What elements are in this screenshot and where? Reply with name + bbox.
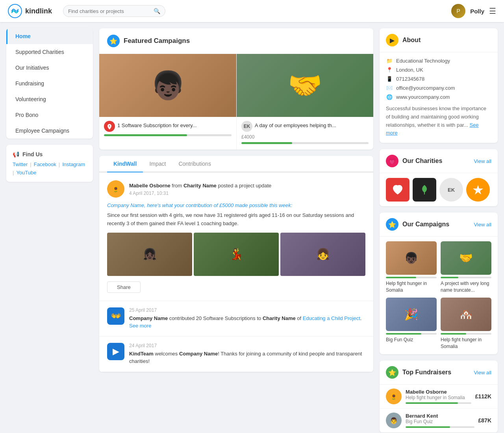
campaign-sm-1-progress <box>386 277 437 278</box>
tab-kindwall[interactable]: KindWall <box>107 156 143 172</box>
fundraisers-view-all[interactable]: View all <box>474 370 491 376</box>
share-button[interactable]: Share <box>107 281 141 293</box>
charity-logo-2 <box>413 178 436 202</box>
top-fundraisers-title: Top Fundraisers <box>402 369 451 376</box>
featured-icon: ⭐ <box>107 35 120 47</box>
campaign-2-progress-bar <box>241 142 369 144</box>
fundraiser-item-2: 👨 Bernard Kent Big Fun Quiz £87K <box>380 409 498 433</box>
post-project-update: 🌻 Mabelle Osborne from Charity Name post… <box>99 172 373 301</box>
featured-campaigns-title: Featured Campaigns <box>124 37 190 45</box>
top-fundraisers-header: ⭐ Top Fundraisers View all <box>380 361 498 385</box>
avatar: P <box>451 4 465 18</box>
about-location: 📍 London, UK <box>386 67 491 73</box>
our-charities-title: Our Charities <box>402 157 442 165</box>
campaign-2-amount: £4000 <box>241 134 369 140</box>
activity-project-link[interactable]: Educating a Child Project <box>303 315 360 321</box>
logo-text: kindlink <box>25 7 52 15</box>
about-body: 📁 Educational Technology 📍 London, UK 📱 … <box>380 52 498 143</box>
post-time-1: 4 April 2017, 10:31 <box>129 191 271 196</box>
find-us-title: 📢 Find Us <box>13 151 87 157</box>
fundraisers-icon: ⭐ <box>386 366 398 379</box>
campaign-2-info: EK A day of our employees helping th... … <box>237 117 373 150</box>
campaign-sm-2-img: 🤝 <box>441 241 491 275</box>
sidebar-item-pro-bono[interactable]: Pro Bono <box>6 107 93 123</box>
sidebar-item-employee-campaigns[interactable]: Employee Campaigns <box>6 123 93 139</box>
featured-campaigns-card: ⭐ Featured Campaigns 👦🏿 1 Software Subsc… <box>99 28 373 150</box>
campaign-2-badge: EK A day of our employees helping th... <box>241 121 336 132</box>
fundraiser-2-amount: £87K <box>478 417 491 424</box>
post-meta-text-1: Mabelle Osborne from Charity Name posted… <box>129 182 271 190</box>
charity-logo-1 <box>386 178 410 202</box>
header: kindlink 🔍 P Polly ☰ <box>0 0 504 22</box>
about-category: 📁 Educational Technology <box>386 58 491 64</box>
fundraisers-list: 🌻 Mabelle Osborne Help fight hunger in S… <box>380 385 498 433</box>
activity-company-2: Company Name <box>179 351 218 357</box>
phone-icon: 📱 <box>386 76 393 82</box>
sidebar-item-volunteering[interactable]: Volunteering <box>6 91 93 107</box>
our-campaigns-card: ⭐ Our Campaigns View all 👦🏿 Help fight h… <box>380 213 498 354</box>
activity-icon-2: ▶ <box>107 343 124 360</box>
activity-content-1: 25 April 2017 Company Name contributed 2… <box>129 307 365 330</box>
campaigns-grid: 👦🏿 Help fight hunger in Somalia 🤝 A proj… <box>380 237 498 354</box>
about-description: Successful businesses know the importanc… <box>386 105 491 137</box>
campaign-1-name: 1 Software Subscription for every... <box>117 122 196 128</box>
post-text-1: Since our first session with 4 girls, we… <box>107 211 365 228</box>
activity-date-1: 25 April 2017 <box>129 307 365 313</box>
post-image-1: 👧🏿 <box>107 233 192 276</box>
svg-marker-1 <box>473 185 483 194</box>
campaigns-view-all[interactable]: View all <box>474 222 491 228</box>
charities-view-all[interactable]: View all <box>474 158 491 164</box>
hamburger-menu-icon[interactable]: ☰ <box>489 6 496 16</box>
fundraiser-1-avatar: 🌻 <box>386 389 402 404</box>
featured-campaigns-grid: 👦🏿 1 Software Subscription for every... <box>99 54 373 150</box>
campaign-sm-4-img: 🏘️ <box>441 298 491 331</box>
about-icon: ▶ <box>386 34 398 46</box>
activity-company: Company Name <box>129 315 168 321</box>
social-links: Twitter | Facebook | Instagram | YouTube <box>13 161 87 176</box>
tab-contributions[interactable]: Contributions <box>172 156 217 172</box>
sidebar-item-supported-charities[interactable]: Supported Charities <box>6 44 93 60</box>
campaign-sm-3-img: 🎉 <box>386 298 437 331</box>
tab-impact[interactable]: Impact <box>143 156 172 172</box>
campaign-sm-1: 👦🏿 Help fight hunger in Somalia <box>386 241 437 294</box>
fundraiser-2-name: Bernard Kent <box>406 413 474 419</box>
our-campaigns-title: Our Campaigns <box>402 221 449 228</box>
charity-logo-4 <box>466 178 490 202</box>
main-layout: Home Supported Charities Our Initiatives… <box>0 22 504 433</box>
campaign-sm-2-name: A project with very long name truncate..… <box>441 280 491 294</box>
sidebar-item-home[interactable]: Home <box>6 28 93 44</box>
search-input[interactable] <box>68 8 150 14</box>
post-header-1: 🌻 Mabelle Osborne from Charity Name post… <box>107 180 365 198</box>
campaign-1-progress-fill <box>104 134 187 136</box>
campaign-2-badge-icon: EK <box>241 121 252 132</box>
fundraiser-2-fill <box>406 426 450 428</box>
sidebar-item-our-initiatives[interactable]: Our Initiatives <box>6 60 93 76</box>
see-more-link-1[interactable]: See more <box>129 323 151 329</box>
youtube-link[interactable]: YouTube <box>16 170 36 176</box>
campaign-2-image: 🤝 <box>237 54 373 117</box>
charity-logos: EK <box>380 173 498 206</box>
kindwall-tabs: KindWall Impact Contributions <box>99 156 373 172</box>
sidebar-social: 📢 Find Us Twitter | Facebook | Instagram… <box>6 145 93 182</box>
about-website: 🌐 www.yourcompany.com <box>386 94 491 100</box>
fundraiser-2-cause: Big Fun Quiz <box>406 419 474 424</box>
post-author: Mabelle Osborne <box>129 183 170 189</box>
fundraiser-2-progress <box>406 426 474 428</box>
campaign-sm-4: 🏘️ Help fight hunger in Somalia <box>441 298 491 350</box>
activity-text-1: Company Name contributed 20 Software Sub… <box>129 315 365 330</box>
twitter-link[interactable]: Twitter <box>13 161 28 167</box>
fundraiser-item-1: 🌻 Mabelle Osborne Help fight hunger in S… <box>380 385 498 409</box>
activity-icon-1: 👐 <box>107 307 124 325</box>
activity-charity: Charity Name <box>263 315 296 321</box>
kindwall-posts: 🌻 Mabelle Osborne from Charity Name post… <box>99 172 373 372</box>
facebook-link[interactable]: Facebook <box>34 161 56 167</box>
activity-post-1: 👐 25 April 2017 Company Name contributed… <box>99 301 373 337</box>
sidebar-item-fundraising[interactable]: Fundraising <box>6 76 93 91</box>
post-image-3: 👧 <box>280 233 365 276</box>
campaign-1-progress-bar <box>104 134 232 136</box>
fundraiser-1-cause: Help fight hunger in Somalia <box>406 395 471 400</box>
logo[interactable]: kindlink <box>8 4 52 18</box>
campaign-sm-2: 🤝 A project with very long name truncate… <box>441 241 491 294</box>
campaign-sm-3-progress <box>386 333 437 335</box>
instagram-link[interactable]: Instagram <box>62 161 85 167</box>
